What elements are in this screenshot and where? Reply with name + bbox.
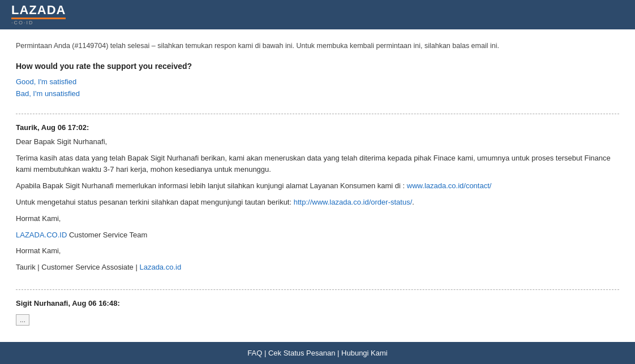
expand-button[interactable]: ... (16, 314, 29, 326)
footer-status[interactable]: Cek Status Pesanan (268, 349, 336, 357)
footer-contact[interactable]: Hubungi Kami (341, 349, 388, 357)
divider-1 (16, 114, 619, 114)
body-para-1: Terima kasih atas data yang telah Bapak … (16, 153, 619, 176)
signature: Taurik | Customer Service Assosiate | La… (16, 262, 619, 274)
message-body-taurik: Dear Bapak Sigit Nurhanafi, Terima kasih… (16, 136, 619, 274)
bad-rating-link[interactable]: Bad, I'm unsatisfied (16, 89, 619, 98)
footer-separator-1: | (264, 349, 268, 357)
divider-2 (16, 289, 619, 290)
footer-separator-2: | (337, 349, 341, 357)
logo-bar (11, 18, 66, 19)
intro-text: Permintaan Anda (#1149704) telah selesai… (16, 41, 619, 51)
message-sigit: Sigit Nurhanafi, Aug 06 16:48: ... (16, 299, 619, 326)
logo-text: LAZADA (11, 4, 66, 16)
message-author-sigit: Sigit Nurhanafi, Aug 06 16:48: (16, 299, 619, 307)
main-content: Permintaan Anda (#1149704) telah selesai… (0, 29, 635, 364)
message-taurik: Taurik, Aug 06 17:02: Dear Bapak Sigit N… (16, 123, 619, 274)
message-body-sigit: ... (16, 312, 619, 326)
order-status-link[interactable]: http://www.lazada.co.id/order-status/ (294, 198, 413, 206)
body-para-3: Untuk mengetahui status pesanan terkini … (16, 197, 619, 209)
logo-sub: ·CO·ID (11, 20, 34, 25)
lazada-co-id-link[interactable]: LAZADA.CO.ID (16, 231, 67, 239)
contact-link[interactable]: www.lazada.co.id/contact/ (407, 181, 492, 190)
good-rating-link[interactable]: Good, I'm satisfied (16, 77, 619, 86)
rating-heading: How would you rate the support you recei… (16, 62, 619, 71)
message-author-taurik: Taurik, Aug 06 17:02: (16, 123, 619, 132)
body-para-2: Apabila Bapak Sigit Nurhanafi memerlukan… (16, 180, 619, 192)
page-footer: FAQ | Cek Status Pesanan | Hubungi Kami (0, 342, 635, 364)
logo: LAZADA ·CO·ID (11, 4, 66, 25)
lazada-link[interactable]: Lazada.co.id (139, 263, 181, 271)
closing-2: Hormat Kami, (16, 245, 619, 257)
footer-faq[interactable]: FAQ (247, 349, 262, 357)
closing-1: Hormat Kami, (16, 213, 619, 225)
page-header: LAZADA ·CO·ID (0, 0, 635, 29)
salutation: Dear Bapak Sigit Nurhanafi, (16, 136, 619, 148)
service-team: LAZADA.CO.ID Customer Service Team (16, 229, 619, 241)
